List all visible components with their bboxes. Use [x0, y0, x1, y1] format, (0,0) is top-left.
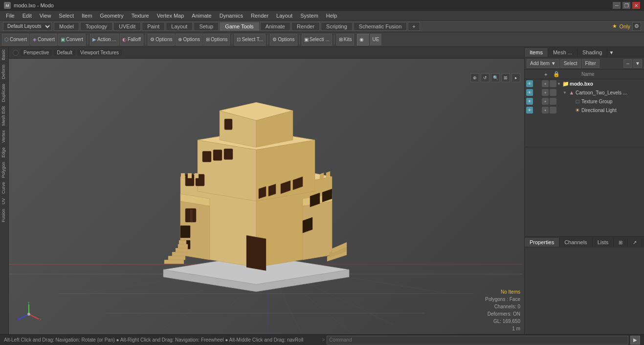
viewport-zoom-button[interactable]: 🔍	[491, 73, 500, 82]
convert-button-3[interactable]: ▣ Convert	[58, 34, 86, 46]
eye-icon[interactable]: 👁	[526, 107, 533, 114]
eye-icon[interactable]: 👁	[526, 98, 533, 105]
convert-button-2[interactable]: ◈ Convert	[30, 34, 57, 46]
minimize-button[interactable]: ─	[613, 2, 621, 9]
menu-item-system[interactable]: System	[296, 12, 322, 20]
sidebar-item-uv[interactable]: UV	[0, 196, 8, 207]
menu-item-edit[interactable]: Edit	[19, 12, 36, 20]
viewport-fit-button[interactable]: ⊞	[501, 73, 510, 82]
lock-icon[interactable]	[550, 89, 556, 96]
options-button-3[interactable]: ⊞ Options	[203, 34, 230, 46]
falloff-button[interactable]: ◐ Falloff	[120, 34, 143, 46]
sidebar-item-curve[interactable]: Curve	[0, 180, 8, 196]
plus-icon[interactable]: +	[542, 107, 549, 114]
sidebar-item-polygon[interactable]: Polygon	[0, 160, 8, 180]
menu-item-select[interactable]: Select	[55, 12, 78, 20]
list-item[interactable]: 👁 + ▼ 📁 modo.bxo	[525, 79, 644, 88]
menu-item-animate[interactable]: Animate	[188, 12, 215, 20]
props-expand-button[interactable]: ⊞	[614, 238, 628, 247]
selecti-button[interactable]: ▣ Selecti ...	[302, 34, 332, 46]
tab-properties[interactable]: Properties	[525, 238, 559, 247]
list-item[interactable]: 👁 + ▼ ▲ Cartoon_Two_Levels ...	[525, 88, 644, 97]
eye-icon[interactable]: 👁	[526, 80, 533, 87]
tab-mesh[interactable]: Mesh ...	[548, 48, 577, 57]
menu-item-render[interactable]: Render	[247, 12, 272, 20]
tab-channels[interactable]: Channels	[559, 238, 592, 247]
kits-button[interactable]: ⊞ Kits	[336, 34, 355, 46]
viewport-display[interactable]: Default	[54, 49, 75, 56]
lock-icon[interactable]	[550, 107, 556, 114]
menu-item-geometry[interactable]: Geometry	[96, 12, 127, 20]
command-input[interactable]	[327, 336, 628, 345]
ue2-button[interactable]: UE	[370, 34, 381, 46]
props-fullscreen-button[interactable]: ↗	[628, 238, 642, 247]
sidebar-item-mesh-edit[interactable]: Mesh Edit	[0, 104, 8, 128]
action-button[interactable]: ▶ Action ...	[90, 34, 119, 46]
viewport-rotate-button[interactable]: ↺	[481, 73, 489, 82]
lock-icon[interactable]	[550, 98, 556, 105]
layout-add-button[interactable]: +	[408, 22, 420, 31]
menu-item-help[interactable]: Help	[322, 12, 341, 20]
sidebar-item-fusion[interactable]: Fusion	[0, 207, 8, 224]
command-go-button[interactable]: ▶	[630, 336, 640, 345]
eye-icon2[interactable]	[534, 89, 541, 96]
layout-tab-schematic-fusion[interactable]: Schematic Fusion	[354, 22, 407, 31]
options-button-4[interactable]: ⚙ Options	[270, 34, 297, 46]
layout-tab-game-tools[interactable]: Game Tools	[220, 22, 259, 31]
select-button[interactable]: Select	[560, 59, 581, 68]
options-button-1[interactable]: ⚙ Options	[148, 34, 175, 46]
eye-icon2[interactable]	[534, 107, 541, 114]
add-item-button[interactable]: Add Item ▼	[527, 59, 559, 68]
list-item[interactable]: 👁 + □ Texture Group	[525, 97, 644, 106]
maximize-button[interactable]: ❐	[622, 2, 630, 9]
menu-item-vertex map[interactable]: Vertex Map	[153, 12, 188, 20]
options-button-2[interactable]: ⊕ Options	[176, 34, 202, 46]
sidebar-item-basic[interactable]: Basic	[0, 47, 8, 62]
layout-tab-paint[interactable]: Paint	[142, 22, 165, 31]
convert-button-1[interactable]: ⬡ Convert	[2, 34, 29, 46]
menu-item-item[interactable]: Item	[78, 12, 96, 20]
viewport-canvas[interactable]: ⊕ ↺ 🔍 ⊞ ▸ X Z Y No Item	[9, 59, 524, 334]
layout-tab-topology[interactable]: Topology	[80, 22, 112, 31]
tab-items[interactable]: Items	[525, 48, 548, 57]
sidebar-item-deform[interactable]: Deform	[0, 62, 8, 81]
menu-item-view[interactable]: View	[36, 12, 55, 20]
viewport-lock-button[interactable]	[13, 50, 19, 56]
ue-button[interactable]: ◉	[357, 34, 369, 46]
viewport[interactable]: Perspective Default Viewport Textures	[9, 47, 524, 334]
filter-button[interactable]: Filter	[582, 59, 600, 68]
settings-button[interactable]: ⚙	[632, 22, 641, 31]
layout-tab-layout[interactable]: Layout	[166, 22, 193, 31]
menu-item-dynamics[interactable]: Dynamics	[216, 12, 247, 20]
menu-item-file[interactable]: File	[2, 12, 19, 20]
menu-item-layout[interactable]: Layout	[272, 12, 296, 20]
list-item[interactable]: 👁 + ☀ Directional Light	[525, 106, 644, 115]
select-t-button[interactable]: ⊡ Select T...	[234, 34, 266, 46]
viewport-textures[interactable]: Viewport Textures	[77, 49, 122, 56]
viewport-orient-button[interactable]: ⊕	[470, 73, 479, 82]
layout-tab-setup[interactable]: Setup	[194, 22, 219, 31]
collapse-button[interactable]: –	[623, 59, 632, 68]
props-settings-button[interactable]: ⚙	[642, 238, 644, 247]
viewport-perspective[interactable]: Perspective	[21, 49, 52, 56]
eye-icon[interactable]: 👁	[526, 89, 533, 96]
plus-icon[interactable]: +	[542, 98, 549, 105]
close-button[interactable]: ✕	[632, 2, 640, 9]
layout-dropdown[interactable]: Default Layouts	[3, 22, 52, 31]
lock-icon[interactable]	[550, 80, 556, 87]
eye-icon2[interactable]	[534, 98, 541, 105]
tab-shading[interactable]: Shading	[577, 48, 607, 57]
eye-icon2[interactable]	[534, 80, 541, 87]
plus-icon[interactable]: +	[542, 80, 549, 87]
layout-tab-animate[interactable]: Animate	[260, 22, 290, 31]
layout-tab-scripting[interactable]: Scripting	[321, 22, 353, 31]
plus-icon[interactable]: +	[542, 89, 549, 96]
filter-icon-button[interactable]: ▼	[633, 59, 642, 68]
layout-tab-uvedit[interactable]: UVEdit	[113, 22, 141, 31]
menu-item-texture[interactable]: Texture	[128, 12, 153, 20]
panel-tab-dropdown[interactable]: ▼	[607, 47, 615, 58]
sidebar-item-edge[interactable]: Edge	[0, 145, 8, 160]
layout-tab-render[interactable]: Render	[291, 22, 320, 31]
tab-lists[interactable]: Lists	[593, 238, 614, 247]
viewport-more-button[interactable]: ▸	[511, 73, 520, 82]
